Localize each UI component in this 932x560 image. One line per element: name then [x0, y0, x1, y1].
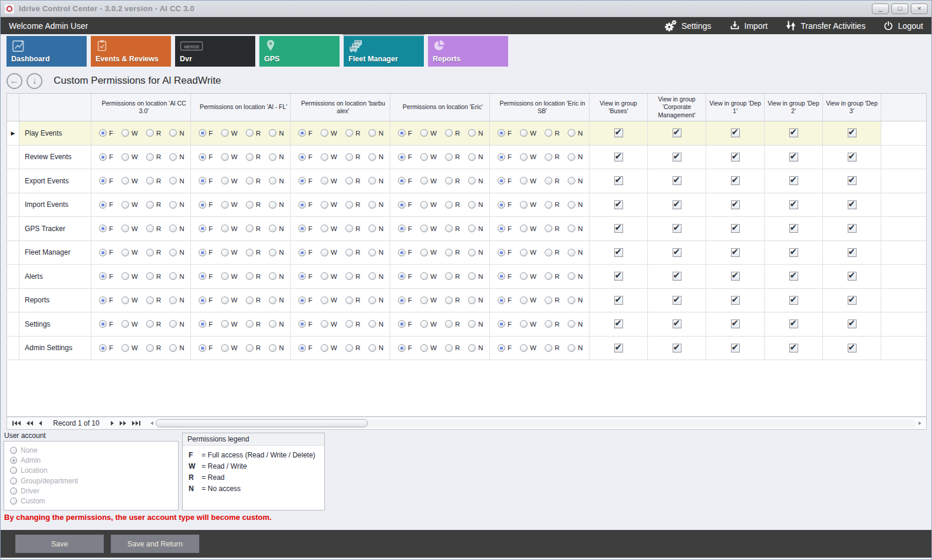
permission-radio-W[interactable]: W — [321, 272, 337, 280]
tab-events-reviews[interactable]: Events & Reviews — [91, 36, 171, 67]
scrollbar-thumb[interactable] — [156, 419, 368, 427]
permission-radio-W[interactable]: W — [420, 153, 437, 161]
table-row[interactable]: SettingsFWRNFWRNFWRNFWRNFWRN — [7, 312, 926, 337]
permission-radio-N[interactable]: N — [568, 129, 582, 137]
permission-radio-N[interactable]: N — [368, 129, 383, 137]
permission-radio-F[interactable]: F — [99, 272, 113, 280]
permission-radio-W[interactable]: W — [420, 320, 437, 328]
permission-radio-N[interactable]: N — [468, 153, 483, 161]
permission-radio-N[interactable]: N — [169, 344, 184, 352]
view-in-group-checkbox[interactable] — [731, 153, 740, 162]
user-account-option-location[interactable]: Location — [10, 466, 172, 475]
permission-radio-F[interactable]: F — [199, 201, 213, 209]
permission-radio-F[interactable]: F — [199, 344, 213, 352]
permission-radio-R[interactable]: R — [445, 201, 460, 209]
permission-radio-F[interactable]: F — [398, 344, 412, 352]
view-in-group-checkbox[interactable] — [848, 153, 857, 162]
user-account-option-group-department[interactable]: Group/department — [10, 477, 172, 485]
permission-radio-F[interactable]: F — [498, 297, 512, 304]
permission-radio-F[interactable]: F — [298, 129, 312, 137]
permission-radio-N[interactable]: N — [269, 297, 284, 304]
permission-radio-F[interactable]: F — [298, 201, 312, 209]
permission-radio-R[interactable]: R — [445, 297, 460, 304]
permission-radio-W[interactable]: W — [321, 201, 337, 209]
permission-radio-F[interactable]: F — [498, 344, 512, 352]
tab-fleet-manager[interactable]: Fleet Manager — [344, 36, 424, 67]
permission-radio-W[interactable]: W — [520, 201, 536, 209]
view-in-group-checkbox[interactable] — [673, 272, 681, 281]
permission-radio-N[interactable]: N — [568, 201, 582, 209]
import-button[interactable]: Import — [729, 20, 768, 31]
permission-radio-F[interactable]: F — [99, 297, 113, 304]
permission-radio-F[interactable]: F — [398, 249, 412, 256]
permission-radio-R[interactable]: R — [545, 249, 559, 256]
permission-radio-R[interactable]: R — [146, 129, 161, 137]
permission-radio-R[interactable]: R — [146, 297, 161, 304]
user-account-option-none[interactable]: None — [10, 446, 172, 454]
permission-radio-W[interactable]: W — [221, 201, 238, 209]
permission-radio-F[interactable]: F — [99, 201, 113, 209]
view-in-group-checkbox[interactable] — [614, 176, 623, 185]
permission-radio-R[interactable]: R — [445, 153, 460, 161]
permission-radio-F[interactable]: F — [298, 225, 312, 232]
permission-radio-W[interactable]: W — [520, 249, 536, 256]
view-in-group-checkbox[interactable] — [848, 176, 857, 185]
next-page-button[interactable] — [117, 417, 129, 429]
permission-radio-N[interactable]: N — [568, 272, 582, 280]
permission-radio-W[interactable]: W — [420, 201, 437, 209]
permission-radio-N[interactable]: N — [468, 225, 483, 232]
permission-radio-W[interactable]: W — [321, 225, 337, 232]
tab-dashboard[interactable]: Dashboard — [6, 36, 87, 67]
permission-radio-W[interactable]: W — [221, 344, 238, 352]
permission-radio-R[interactable]: R — [345, 297, 360, 304]
permission-radio-R[interactable]: R — [545, 320, 559, 328]
view-in-group-checkbox[interactable] — [731, 200, 740, 209]
table-row[interactable]: Admin SettingsFWRNFWRNFWRNFWRNFWRN — [7, 337, 926, 361]
permission-radio-N[interactable]: N — [169, 272, 184, 280]
permission-radio-W[interactable]: W — [520, 177, 536, 185]
permission-radio-R[interactable]: R — [345, 344, 360, 352]
permission-radio-W[interactable]: W — [321, 344, 337, 352]
permission-radio-N[interactable]: N — [269, 225, 284, 232]
permission-radio-R[interactable]: R — [345, 201, 360, 209]
view-in-group-checkbox[interactable] — [673, 248, 681, 257]
permission-radio-W[interactable]: W — [420, 297, 437, 304]
permission-radio-N[interactable]: N — [568, 320, 582, 328]
permission-radio-N[interactable]: N — [468, 177, 483, 185]
permission-radio-N[interactable]: N — [368, 272, 383, 280]
table-row[interactable]: ▶Play EventsFWRNFWRNFWRNFWRNFWRN — [7, 121, 926, 146]
permission-radio-W[interactable]: W — [221, 225, 238, 232]
permission-radio-N[interactable]: N — [169, 201, 184, 209]
permission-radio-R[interactable]: R — [246, 344, 261, 352]
permission-radio-F[interactable]: F — [199, 320, 213, 328]
permission-radio-R[interactable]: R — [445, 320, 460, 328]
permission-radio-F[interactable]: F — [498, 225, 512, 232]
view-in-group-checkbox[interactable] — [731, 176, 740, 185]
permission-radio-W[interactable]: W — [520, 320, 536, 328]
permission-radio-F[interactable]: F — [199, 177, 213, 185]
permission-radio-W[interactable]: W — [520, 344, 536, 352]
view-in-group-checkbox[interactable] — [673, 296, 681, 305]
permission-radio-W[interactable]: W — [121, 129, 138, 137]
permission-radio-F[interactable]: F — [199, 153, 213, 161]
user-account-option-driver[interactable]: Driver — [10, 487, 172, 495]
permission-radio-F[interactable]: F — [498, 249, 512, 256]
permission-radio-W[interactable]: W — [121, 272, 138, 280]
permission-radio-F[interactable]: F — [298, 249, 312, 256]
permission-radio-R[interactable]: R — [545, 344, 559, 352]
view-in-group-checkbox[interactable] — [731, 296, 740, 305]
permission-radio-N[interactable]: N — [468, 129, 483, 137]
permission-radio-N[interactable]: N — [468, 272, 483, 280]
permission-radio-F[interactable]: F — [298, 320, 312, 328]
permission-radio-N[interactable]: N — [269, 249, 284, 256]
first-record-button[interactable] — [9, 417, 24, 429]
view-in-group-checkbox[interactable] — [673, 224, 681, 233]
permission-radio-F[interactable]: F — [99, 344, 113, 352]
view-in-group-checkbox[interactable] — [614, 224, 623, 233]
permission-radio-W[interactable]: W — [221, 320, 238, 328]
permission-radio-R[interactable]: R — [146, 344, 161, 352]
permission-radio-N[interactable]: N — [468, 320, 483, 328]
permission-radio-F[interactable]: F — [199, 129, 213, 137]
permission-radio-N[interactable]: N — [269, 201, 284, 209]
permission-radio-N[interactable]: N — [368, 297, 383, 304]
